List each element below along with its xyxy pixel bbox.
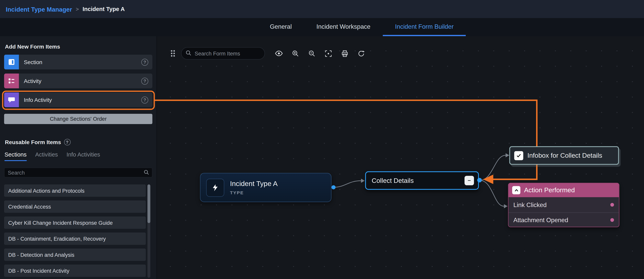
- help-icon[interactable]: ?: [141, 78, 148, 84]
- change-sections-order-button[interactable]: Change Sections' Order: [4, 114, 152, 124]
- node-title: Incident Type A: [230, 180, 278, 188]
- lightning-icon: [206, 178, 224, 196]
- help-icon[interactable]: ?: [64, 139, 70, 145]
- checkbox-icon: [514, 151, 523, 160]
- output-port[interactable]: [332, 185, 336, 189]
- action-item-label: Link Clicked: [514, 201, 547, 208]
- canvas-search: [181, 47, 265, 60]
- drag-handle-icon[interactable]: [170, 49, 176, 58]
- node-infobox[interactable]: Infobox for Collect Details: [509, 146, 619, 165]
- node-text-block: Incident Type A TYPE: [230, 180, 278, 195]
- scrollbar-thumb[interactable]: [148, 184, 150, 223]
- tab-bar: General Incident Workspace Incident Form…: [0, 18, 644, 36]
- action-performed-header: Action Performed: [508, 183, 619, 197]
- sidebar-scrollbar[interactable]: [148, 184, 150, 278]
- form-item-info-activity[interactable]: Info Activity ?: [4, 92, 152, 107]
- main-row: Add New Form Items Section ? Activity ?: [0, 36, 644, 279]
- section-icon: [4, 55, 19, 70]
- canvas-toolbar-icons: [275, 49, 365, 58]
- tab-incident-form-builder[interactable]: Incident Form Builder: [383, 18, 466, 36]
- node-subtitle: TYPE: [230, 190, 278, 195]
- status-dot: [610, 218, 614, 222]
- add-new-form-items-title: Add New Form Items: [5, 44, 152, 50]
- fit-view-icon[interactable]: [324, 49, 332, 58]
- add-new-form-items-label: Add New Form Items: [5, 44, 60, 50]
- reusable-sections-list: Additional Actions and Protocols Credent…: [4, 184, 152, 277]
- help-icon[interactable]: ?: [141, 58, 148, 66]
- chevron-up-icon: [512, 186, 520, 194]
- action-item[interactable]: Link Clicked: [508, 197, 619, 212]
- help-icon[interactable]: ?: [141, 96, 148, 104]
- node-title: Collect Details: [372, 177, 464, 184]
- sidebar-search-input[interactable]: [4, 168, 152, 177]
- list-item[interactable]: Additional Actions and Protocols: [4, 184, 146, 197]
- node-collect-details[interactable]: Collect Details: [365, 171, 479, 190]
- viewport: Incident Type Manager > Incident Type A …: [0, 0, 644, 279]
- print-icon[interactable]: [340, 49, 349, 58]
- form-item-section[interactable]: Section ?: [4, 55, 152, 70]
- search-icon: [143, 169, 150, 177]
- action-item[interactable]: Attachment Opened: [508, 212, 619, 227]
- output-port[interactable]: [477, 178, 482, 182]
- list-item[interactable]: DB - Containment, Eradication, Recovery: [4, 232, 146, 245]
- app-root: Incident Type Manager > Incident Type A …: [0, 0, 644, 279]
- action-item-label: Attachment Opened: [514, 216, 568, 224]
- form-item-activity[interactable]: Activity ?: [4, 74, 152, 88]
- sidebar: Add New Form Items Section ? Activity ?: [0, 36, 157, 279]
- list-item[interactable]: Credential Access: [4, 200, 146, 213]
- form-item-label: Section: [24, 59, 141, 65]
- breadcrumb-root-link[interactable]: Incident Type Manager: [6, 6, 72, 12]
- top-bar: Incident Type Manager > Incident Type A: [0, 0, 644, 18]
- node-incident-type[interactable]: Incident Type A TYPE: [200, 173, 332, 202]
- node-title: Infobox for Collect Details: [528, 152, 602, 159]
- eye-icon[interactable]: [275, 49, 283, 58]
- node-title: Action Performed: [524, 186, 575, 194]
- minus-icon: [467, 178, 472, 183]
- reusable-form-items-title: Reusable Form Items ?: [5, 139, 152, 145]
- status-dot: [610, 203, 614, 207]
- tab-general[interactable]: General: [258, 18, 304, 36]
- tab-incident-workspace[interactable]: Incident Workspace: [304, 18, 383, 36]
- breadcrumb-current: Incident Type A: [82, 6, 125, 12]
- search-icon: [185, 50, 192, 58]
- tab-sections[interactable]: Sections: [4, 151, 26, 161]
- list-item[interactable]: DB - Detection and Analysis: [4, 248, 146, 261]
- breadcrumb-separator: >: [76, 6, 79, 12]
- activity-icon: [4, 74, 19, 88]
- tab-info-activities[interactable]: Info Activities: [66, 151, 100, 161]
- form-item-label: Activity: [24, 78, 141, 84]
- collapse-button[interactable]: [464, 176, 474, 185]
- refresh-icon[interactable]: [357, 49, 365, 58]
- form-item-label: Info Activity: [24, 97, 141, 103]
- list-item[interactable]: Cyber Kill Change Incident Response Guid…: [4, 216, 146, 229]
- tab-activities[interactable]: Activities: [35, 151, 58, 161]
- reusable-form-items-label: Reusable Form Items: [5, 139, 61, 145]
- tabs-row: General Incident Workspace Incident Form…: [258, 18, 466, 36]
- list-item[interactable]: DB - Post Incident Activity: [4, 265, 146, 277]
- node-action-performed[interactable]: Action Performed Link Clicked Attachment…: [508, 183, 619, 227]
- reusable-tabs: Sections Activities Info Activities: [4, 151, 152, 161]
- info-activity-icon: [4, 92, 19, 107]
- canvas-toolbar: [170, 47, 365, 60]
- form-builder-canvas[interactable]: Incident Type A TYPE Collect Details Inf…: [157, 36, 644, 279]
- sidebar-search: [4, 168, 152, 177]
- zoom-in-icon[interactable]: [291, 49, 300, 58]
- zoom-out-icon[interactable]: [308, 49, 316, 58]
- canvas-search-input[interactable]: [181, 47, 265, 60]
